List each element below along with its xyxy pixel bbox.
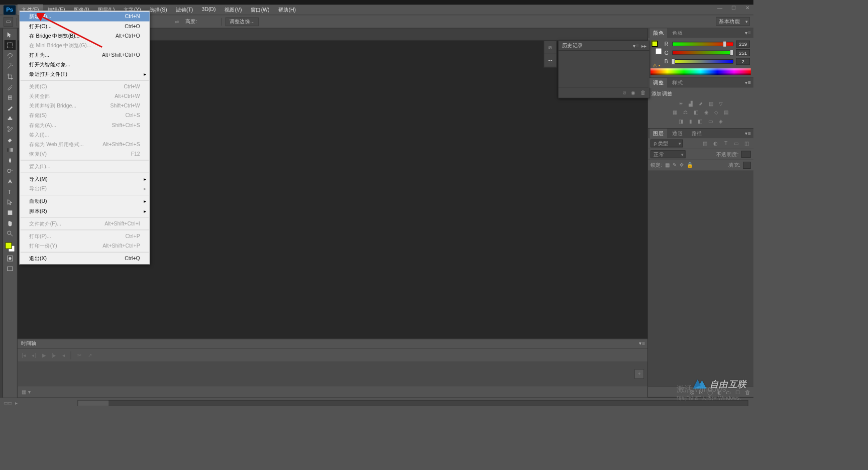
timeline-tab[interactable]: 时间轴 — [21, 340, 37, 347]
menu-item[interactable]: 新建(N)...Ctrl+N — [20, 12, 150, 21]
pen-tool[interactable] — [5, 176, 16, 186]
menu-item[interactable]: 导入(M) — [20, 174, 150, 184]
tool-preset-icon[interactable]: ▭ — [4, 17, 13, 26]
g-value[interactable]: 251 — [736, 49, 750, 56]
doc-info-icon[interactable]: ▸ — [15, 400, 18, 406]
selective-icon[interactable]: ◈ — [719, 118, 723, 124]
vibrance-icon[interactable]: ▽ — [719, 101, 723, 107]
panel-collapse-icon[interactable]: ▸▸ — [641, 43, 646, 49]
levels-icon[interactable]: ▟ — [689, 101, 693, 107]
swap-icon[interactable]: ⇄ — [175, 19, 179, 25]
eraser-tool[interactable] — [5, 134, 16, 144]
workspace-switcher[interactable]: 基本功能 — [716, 17, 750, 26]
layers-list[interactable] — [648, 171, 753, 387]
timeline-track[interactable]: + — [18, 362, 647, 386]
panel-menu-icon[interactable]: ▾≡ — [745, 131, 750, 137]
panel-icon[interactable]: ⎚ — [544, 41, 556, 54]
gamut-warning-icon[interactable]: ⚠ ▪ — [653, 62, 661, 68]
crop-tool[interactable] — [5, 71, 16, 81]
menu-滤镜(T)[interactable]: 滤镜(T) — [171, 5, 197, 16]
fg-color-swatch[interactable] — [5, 243, 12, 249]
layers-tab[interactable]: 图层 — [649, 129, 667, 139]
invert-icon[interactable]: ◨ — [679, 118, 684, 124]
curves-icon[interactable]: ⬈ — [699, 101, 703, 107]
add-media-button[interactable]: + — [634, 369, 644, 379]
swatches-tab[interactable]: 色板 — [669, 28, 687, 38]
menu-item[interactable]: 自动(U) — [20, 196, 150, 206]
panel-menu-icon[interactable]: ▾≡ — [745, 30, 750, 36]
bw-icon[interactable]: ◧ — [694, 109, 699, 115]
hscrollbar[interactable] — [78, 400, 748, 406]
prev-frame-icon[interactable]: ◂| — [32, 352, 36, 358]
menu-item[interactable]: 最近打开文件(T) — [20, 69, 150, 79]
wand-tool[interactable] — [5, 61, 16, 71]
hand-tool[interactable] — [5, 218, 16, 228]
first-frame-icon[interactable]: |◂ — [22, 352, 26, 358]
trash-icon[interactable]: 🗑 — [640, 89, 645, 95]
bg-swatch[interactable] — [656, 48, 662, 54]
eyedropper-tool[interactable] — [5, 82, 16, 92]
play-icon[interactable]: ▶ — [42, 352, 46, 358]
marquee-tool[interactable] — [5, 40, 16, 50]
shape-tool[interactable] — [5, 207, 16, 217]
last-frame-icon[interactable]: ◂ — [62, 352, 65, 358]
minimize-button[interactable]: — — [717, 5, 723, 11]
dodge-tool[interactable] — [5, 166, 16, 176]
mb-icon[interactable]: ▭▭ — [4, 400, 12, 406]
move-tool[interactable] — [5, 30, 16, 40]
heal-tool[interactable] — [5, 92, 16, 102]
lock-pos-icon[interactable]: ✥ — [680, 162, 684, 168]
mixer-icon[interactable]: ◇ — [714, 109, 718, 115]
blend-mode-select[interactable]: 正常 — [650, 150, 685, 158]
lock-paint-icon[interactable]: ✎ — [673, 162, 677, 168]
history-tab[interactable]: 历史记录 — [562, 42, 583, 49]
filter-pixel-icon[interactable]: ▧ — [701, 140, 709, 146]
quick-mask-tool[interactable] — [5, 253, 16, 263]
collapsed-panel-dock[interactable]: ⎚ ☷ — [544, 41, 557, 68]
panel-menu-icon[interactable]: ▾≡ — [639, 340, 644, 346]
stamp-tool[interactable] — [5, 113, 16, 124]
filter-smart-icon[interactable]: ◫ — [743, 140, 751, 146]
photo-filter-icon[interactable]: ◉ — [704, 109, 709, 115]
convert-icon[interactable]: ▦ ▾ — [22, 389, 31, 395]
lock-all-icon[interactable]: 🔒 — [687, 162, 693, 168]
blur-tool[interactable] — [5, 155, 16, 165]
panel-icon[interactable]: ☷ — [544, 54, 556, 67]
color-swatches[interactable] — [5, 242, 16, 253]
fill-value[interactable] — [743, 162, 751, 169]
filter-type-icon[interactable]: T — [722, 140, 730, 146]
gradient-tool[interactable] — [5, 145, 16, 155]
color-spectrum[interactable] — [650, 68, 751, 75]
r-value[interactable]: 219 — [736, 41, 750, 48]
file-menu-dropdown[interactable]: 新建(N)...Ctrl+N打开(O)...Ctrl+O在 Bridge 中浏览… — [19, 11, 150, 265]
type-tool[interactable]: T — [5, 187, 16, 197]
menu-item[interactable]: 打开(O)...Ctrl+O — [20, 22, 150, 31]
lookup-icon[interactable]: ▤ — [724, 109, 729, 115]
maximize-button[interactable]: ☐ — [731, 5, 737, 11]
history-brush-tool[interactable] — [5, 124, 16, 134]
poster-icon[interactable]: ▮ — [689, 118, 692, 124]
b-value[interactable]: 2 — [736, 58, 750, 65]
color-picker-swatches[interactable] — [652, 41, 662, 55]
history-panel[interactable]: 历史记录▸▸▾≡ ⎚ ◉ 🗑 — [558, 41, 649, 98]
channels-tab[interactable]: 通道 — [669, 129, 687, 139]
menu-视图(V)[interactable]: 视图(V) — [220, 5, 246, 16]
color-tab[interactable]: 颜色 — [649, 28, 667, 38]
menu-item[interactable]: 打开为...Alt+Shift+Ctrl+O — [20, 50, 150, 60]
fg-swatch[interactable] — [652, 41, 658, 47]
menu-item[interactable]: 退出(X)Ctrl+Q — [20, 254, 150, 263]
paths-tab[interactable]: 路径 — [688, 129, 706, 139]
lock-trans-icon[interactable]: ▦ — [665, 162, 670, 168]
filter-kind-select[interactable]: ρ 类型 — [650, 140, 683, 148]
gradient-map-icon[interactable]: ▭ — [708, 118, 713, 124]
adjust-tab[interactable]: 调整 — [649, 78, 667, 88]
doc-state-icon[interactable]: ⎚ — [623, 89, 626, 95]
brightness-icon[interactable]: ☀ — [679, 101, 684, 107]
transition-icon[interactable]: ↗ — [88, 352, 92, 358]
g-slider[interactable] — [672, 51, 733, 55]
next-frame-icon[interactable]: |▸ — [52, 352, 56, 358]
hue-icon[interactable]: ▦ — [673, 109, 678, 115]
lasso-tool[interactable] — [5, 51, 16, 61]
filter-shape-icon[interactable]: ▭ — [732, 140, 740, 146]
snapshot-icon[interactable]: ◉ — [631, 89, 635, 95]
